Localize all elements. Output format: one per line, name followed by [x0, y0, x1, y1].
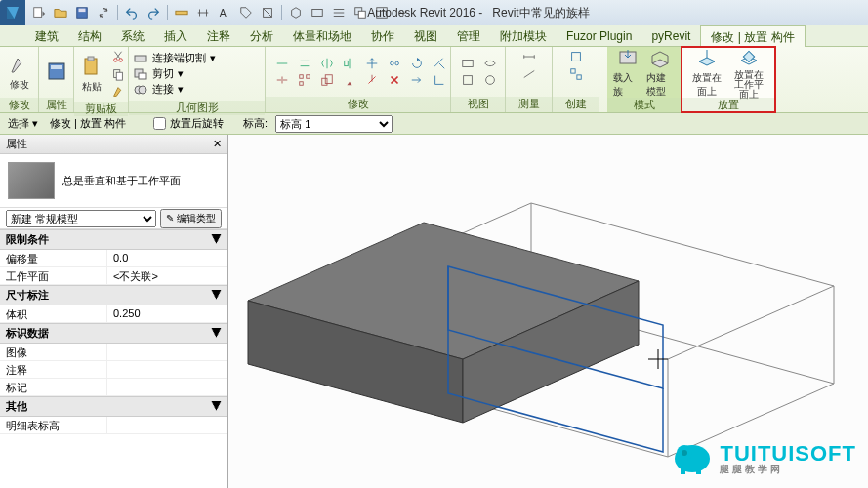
- property-group-header[interactable]: 尺寸标注⯆: [0, 285, 227, 305]
- ribbon-tab[interactable]: 视图: [404, 25, 447, 47]
- svg-rect-2: [79, 9, 86, 13]
- panel-label: 属性: [39, 98, 73, 112]
- tag-icon[interactable]: [236, 3, 256, 22]
- new-dropdown-icon[interactable]: [29, 3, 49, 22]
- undo-icon[interactable]: [122, 3, 142, 22]
- ribbon-tab[interactable]: pyRevit: [641, 25, 700, 47]
- create-group-icon[interactable]: [565, 66, 587, 82]
- svg-rect-26: [300, 75, 304, 79]
- model-inplace-tool[interactable]: 内建模型: [646, 49, 676, 96]
- property-row[interactable]: 图像: [0, 344, 227, 361]
- property-row[interactable]: 偏移量0.0: [0, 250, 227, 267]
- corner-icon[interactable]: [429, 72, 450, 88]
- load-family-tool[interactable]: 载入族: [613, 49, 642, 96]
- close-icon[interactable]: ✕: [213, 138, 222, 150]
- cope-tool[interactable]: 连接端切割 ▾: [133, 51, 216, 65]
- edit-type-button[interactable]: ✎ 编辑类型: [160, 209, 222, 228]
- ribbon-tab[interactable]: 管理: [447, 25, 490, 47]
- join-geom-tool[interactable]: 连接 ▾: [133, 82, 184, 97]
- measure-icon[interactable]: [172, 3, 191, 22]
- section-view-icon[interactable]: [308, 3, 327, 22]
- unpin-icon[interactable]: [361, 72, 383, 88]
- measure-dist-icon[interactable]: [518, 49, 540, 64]
- measure-along-icon[interactable]: [518, 66, 540, 82]
- property-row[interactable]: 体积0.250: [0, 305, 227, 323]
- svg-rect-11: [51, 65, 62, 69]
- save-icon[interactable]: [72, 3, 92, 22]
- copy-tool-icon[interactable]: [384, 56, 405, 71]
- mirror-draw-icon[interactable]: [339, 56, 360, 71]
- scale-icon[interactable]: [316, 72, 338, 88]
- mirror-pick-icon[interactable]: [316, 56, 338, 71]
- panel-label: 修改: [0, 98, 38, 112]
- trim-icon[interactable]: [429, 56, 450, 71]
- property-row[interactable]: 明细表标高: [0, 417, 227, 434]
- ribbon-tab[interactable]: Fuzor Plugin: [557, 25, 641, 47]
- ribbon-tab[interactable]: 结构: [68, 25, 111, 47]
- svg-rect-31: [463, 61, 474, 67]
- property-row[interactable]: 注释: [0, 361, 227, 379]
- place-on-workplane-tool[interactable]: 放置在工作平面上: [730, 49, 769, 96]
- delete-icon[interactable]: [384, 72, 405, 88]
- svg-rect-36: [576, 75, 580, 79]
- properties-tool[interactable]: [45, 49, 68, 96]
- quick-access-toolbar: A: [25, 3, 417, 22]
- hide-icon[interactable]: [479, 56, 501, 71]
- cut-icon[interactable]: [107, 49, 129, 64]
- ribbon-tab[interactable]: 分析: [240, 25, 283, 47]
- ribbon-tab[interactable]: 修改 | 放置 构件: [700, 25, 805, 47]
- pin-icon[interactable]: [339, 72, 360, 88]
- ribbon-tab[interactable]: 附加模块: [490, 25, 557, 47]
- align-icon[interactable]: [193, 3, 213, 22]
- modify-tool[interactable]: 修改: [6, 49, 32, 96]
- level-select[interactable]: 标高 1: [275, 115, 393, 133]
- redo-icon[interactable]: [144, 3, 163, 22]
- svg-rect-30: [325, 75, 332, 84]
- ribbon-tab[interactable]: 注释: [197, 25, 240, 47]
- rotate-icon[interactable]: [406, 56, 428, 71]
- ribbon-tab[interactable]: 建筑: [25, 25, 68, 47]
- svg-point-41: [682, 450, 687, 456]
- property-group-header[interactable]: 标识数据⯆: [0, 323, 227, 344]
- solid-component[interactable]: [248, 223, 639, 423]
- align-icon[interactable]: [271, 56, 293, 71]
- property-row[interactable]: 标记: [0, 379, 227, 396]
- ribbon-tab[interactable]: 系统: [111, 25, 154, 47]
- ribbon-tab[interactable]: 协作: [361, 25, 404, 47]
- panel-label: 创建: [553, 97, 599, 112]
- extend-icon[interactable]: [406, 72, 428, 88]
- property-row[interactable]: 工作平面<不关联>: [0, 267, 227, 285]
- panel-label: 模式: [607, 98, 681, 112]
- section-icon[interactable]: [258, 3, 277, 22]
- level-label: 标高:: [243, 116, 268, 131]
- thin-lines-icon[interactable]: [329, 3, 349, 22]
- offset-icon[interactable]: [294, 56, 315, 71]
- array-icon[interactable]: [294, 72, 315, 88]
- property-group-header[interactable]: 其他⯆: [0, 396, 227, 417]
- filter-select[interactable]: 新建 常规模型: [6, 210, 156, 227]
- type-selector[interactable]: 总是垂直和基于工作平面: [0, 154, 227, 208]
- split-icon[interactable]: [271, 72, 293, 88]
- rotate-after-place-checkbox[interactable]: 放置后旋转: [153, 116, 224, 131]
- ribbon-tab[interactable]: 体量和场地: [283, 25, 361, 47]
- app-icon[interactable]: [0, 0, 25, 25]
- match-icon[interactable]: [107, 84, 129, 100]
- open-icon[interactable]: [51, 3, 70, 22]
- cut-geom-tool[interactable]: 剪切 ▾: [133, 66, 184, 81]
- 3d-icon[interactable]: [286, 3, 306, 22]
- svg-rect-6: [312, 10, 323, 17]
- sync-icon[interactable]: [94, 3, 113, 22]
- view3-icon[interactable]: [457, 72, 478, 88]
- property-group-header[interactable]: 限制条件⯆: [0, 229, 227, 250]
- place-on-face-tool[interactable]: 放置在面上: [687, 49, 726, 96]
- viewport-3d[interactable]: TUITUISOFT 腿腿教学网: [228, 135, 868, 488]
- text-icon[interactable]: A: [215, 3, 234, 22]
- view-icon[interactable]: [457, 56, 478, 71]
- view4-icon[interactable]: [479, 72, 501, 88]
- ribbon-tab[interactable]: 插入: [154, 25, 197, 47]
- copy-icon[interactable]: [107, 66, 129, 82]
- select-dropdown[interactable]: 选择 ▾: [4, 116, 42, 131]
- move-icon[interactable]: [361, 56, 383, 71]
- create-similar-icon[interactable]: [565, 49, 587, 64]
- paste-tool[interactable]: 粘贴: [80, 51, 103, 98]
